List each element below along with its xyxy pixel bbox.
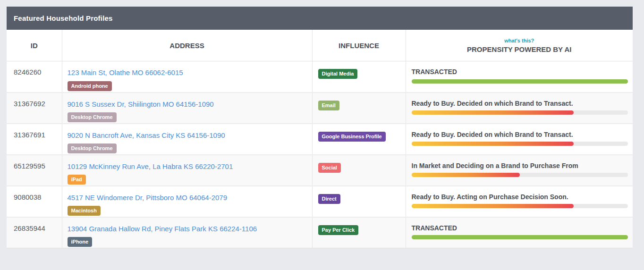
influence-badge: Email bbox=[318, 101, 339, 110]
propensity-bar-fill bbox=[412, 142, 574, 146]
influence-badge: Digital Media bbox=[318, 69, 358, 79]
household-id: 31367691 bbox=[7, 124, 62, 155]
influence-cell: Google Business Profile bbox=[312, 124, 406, 155]
influence-cell: Social bbox=[312, 155, 406, 186]
propensity-label: Ready to Buy. Acting on Purchase Decisio… bbox=[412, 193, 628, 201]
household-id: 9080038 bbox=[7, 186, 62, 217]
table-body: 8246260 123 Main St, Olathe MO 66062-601… bbox=[7, 61, 633, 248]
featured-household-profiles-panel: Featured Household Profiles ID ADDRESS I… bbox=[7, 7, 633, 248]
propensity-bar-track bbox=[412, 110, 628, 115]
propensity-bar-track bbox=[412, 173, 628, 177]
panel-header: Featured Household Profiles bbox=[7, 7, 633, 30]
address-cell: 9016 S Sussex Dr, Shiilington MO 64156-1… bbox=[62, 93, 312, 124]
propensity-bar-fill bbox=[412, 110, 574, 115]
column-header-propensity: what's this? PROPENSITY POWERED BY AI bbox=[406, 30, 633, 61]
table-row: 26835944 13904 Granada Hallow Rd, Piney … bbox=[7, 217, 633, 248]
household-id: 26835944 bbox=[7, 217, 62, 248]
device-badge: Android phone bbox=[68, 81, 112, 91]
propensity-bar-fill bbox=[412, 173, 520, 177]
propensity-cell: Ready to Buy. Decided on which Brand to … bbox=[406, 93, 633, 124]
propensity-cell: TRANSACTED bbox=[406, 61, 633, 93]
address-cell: 13904 Granada Hallow Rd, Piney Flats Par… bbox=[62, 217, 312, 248]
address-link[interactable]: 10129 McKinney Run Ave, La Habra KS 6622… bbox=[68, 162, 312, 171]
propensity-bar-fill bbox=[412, 204, 574, 208]
household-profiles-table: ID ADDRESS INFLUENCE what's this? PROPEN… bbox=[7, 30, 633, 248]
device-badge: iPad bbox=[68, 175, 86, 185]
household-id: 31367692 bbox=[7, 93, 62, 124]
influence-badge: Pay Per Click bbox=[318, 225, 359, 235]
address-cell: 9020 N Bancroft Ave, Kansas City KS 6415… bbox=[62, 124, 312, 155]
device-badge: iPhone bbox=[68, 237, 93, 247]
device-badge: Desktop Chrome bbox=[68, 112, 117, 122]
propensity-bar-fill bbox=[412, 79, 628, 84]
column-header-address: ADDRESS bbox=[62, 30, 312, 61]
influence-badge: Google Business Profile bbox=[318, 132, 386, 142]
influence-cell: Pay Per Click bbox=[312, 217, 406, 248]
table-row: 8246260 123 Main St, Olathe MO 66062-601… bbox=[7, 61, 633, 93]
propensity-cell: Ready to Buy. Acting on Purchase Decisio… bbox=[406, 186, 633, 217]
device-badge: Macintosh bbox=[68, 206, 101, 216]
influence-badge: Direct bbox=[318, 194, 340, 204]
propensity-label: Ready to Buy. Decided on which Brand to … bbox=[412, 100, 628, 108]
table-row: 31367691 9020 N Bancroft Ave, Kansas Cit… bbox=[7, 124, 633, 155]
address-cell: 4517 NE Windomere Dr, Pittsboro MO 64064… bbox=[62, 186, 312, 217]
table-row: 65129595 10129 McKinney Run Ave, La Habr… bbox=[7, 155, 633, 186]
address-link[interactable]: 9016 S Sussex Dr, Shiilington MO 64156-1… bbox=[68, 100, 312, 109]
page: Featured Household Profiles ID ADDRESS I… bbox=[0, 7, 644, 248]
propensity-bar-track bbox=[412, 142, 628, 146]
table-header-row: ID ADDRESS INFLUENCE what's this? PROPEN… bbox=[7, 30, 633, 61]
influence-badge: Social bbox=[318, 163, 341, 173]
propensity-cell: Ready to Buy. Decided on which Brand to … bbox=[406, 124, 633, 155]
propensity-bar-track bbox=[412, 79, 628, 84]
household-id: 65129595 bbox=[7, 155, 62, 186]
propensity-cell: TRANSACTED bbox=[406, 217, 633, 248]
column-header-propensity-label: PROPENSITY POWERED BY AI bbox=[467, 45, 571, 53]
address-cell: 123 Main St, Olathe MO 66062-6015 Androi… bbox=[62, 61, 312, 93]
table-row: 31367692 9016 S Sussex Dr, Shiilington M… bbox=[7, 93, 633, 124]
household-id: 8246260 bbox=[7, 61, 62, 93]
column-header-influence: INFLUENCE bbox=[312, 30, 406, 61]
propensity-bar-track bbox=[412, 204, 628, 208]
influence-cell: Email bbox=[312, 93, 406, 124]
panel-title: Featured Household Profiles bbox=[14, 14, 113, 22]
influence-cell: Direct bbox=[312, 186, 406, 217]
propensity-bar-track bbox=[412, 235, 628, 239]
table-row: 9080038 4517 NE Windomere Dr, Pittsboro … bbox=[7, 186, 633, 217]
whats-this-link[interactable]: what's this? bbox=[406, 38, 633, 43]
address-link[interactable]: 123 Main St, Olathe MO 66062-6015 bbox=[68, 68, 312, 77]
address-link[interactable]: 9020 N Bancroft Ave, Kansas City KS 6415… bbox=[68, 131, 312, 140]
propensity-label: TRANSACTED bbox=[412, 224, 628, 232]
influence-cell: Digital Media bbox=[312, 61, 406, 93]
propensity-label: In Market and Deciding on a Brand to Pur… bbox=[412, 162, 628, 170]
propensity-bar-fill bbox=[412, 235, 628, 239]
column-header-id: ID bbox=[7, 30, 62, 61]
address-link[interactable]: 4517 NE Windomere Dr, Pittsboro MO 64064… bbox=[68, 193, 312, 202]
propensity-cell: In Market and Deciding on a Brand to Pur… bbox=[406, 155, 633, 186]
propensity-label: Ready to Buy. Decided on which Brand to … bbox=[412, 131, 628, 139]
device-badge: Desktop Chrome bbox=[68, 143, 117, 153]
address-link[interactable]: 13904 Granada Hallow Rd, Piney Flats Par… bbox=[68, 224, 312, 234]
propensity-label: TRANSACTED bbox=[412, 68, 628, 76]
address-cell: 10129 McKinney Run Ave, La Habra KS 6622… bbox=[62, 155, 312, 186]
